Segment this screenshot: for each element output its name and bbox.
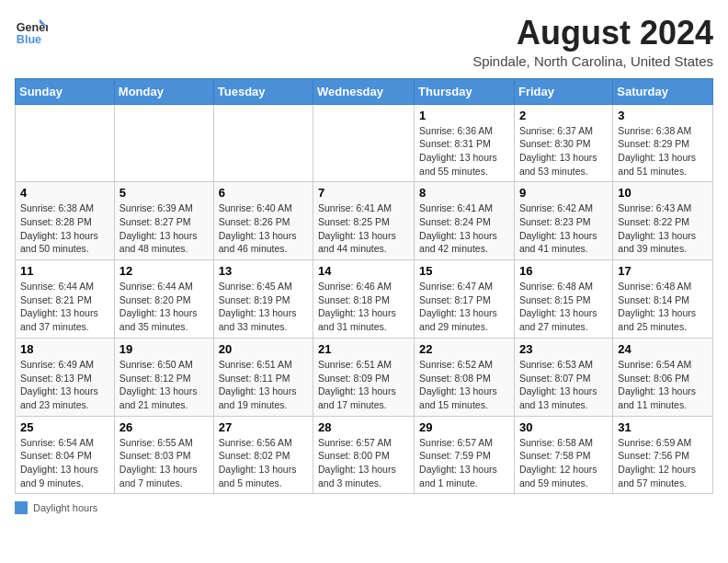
day-number: 14	[318, 264, 409, 278]
calendar-cell: 23Sunrise: 6:53 AM Sunset: 8:07 PM Dayli…	[514, 338, 612, 416]
day-info: Sunrise: 6:51 AM Sunset: 8:09 PM Dayligh…	[318, 358, 409, 412]
day-info: Sunrise: 6:38 AM Sunset: 8:29 PM Dayligh…	[618, 124, 708, 178]
day-info: Sunrise: 6:46 AM Sunset: 8:18 PM Dayligh…	[318, 280, 409, 334]
day-number: 10	[618, 186, 708, 200]
calendar-cell: 31Sunrise: 6:59 AM Sunset: 7:56 PM Dayli…	[613, 416, 713, 494]
day-info: Sunrise: 6:36 AM Sunset: 8:31 PM Dayligh…	[419, 124, 509, 178]
day-number: 18	[20, 342, 109, 356]
day-number: 29	[419, 420, 509, 434]
day-number: 6	[219, 186, 308, 200]
day-number: 23	[519, 342, 608, 356]
day-info: Sunrise: 6:51 AM Sunset: 8:11 PM Dayligh…	[219, 358, 308, 412]
day-number: 28	[318, 420, 409, 434]
day-number: 20	[219, 342, 308, 356]
day-info: Sunrise: 6:54 AM Sunset: 8:04 PM Dayligh…	[20, 436, 109, 490]
day-info: Sunrise: 6:37 AM Sunset: 8:30 PM Dayligh…	[519, 124, 608, 178]
calendar-day-header: Wednesday	[313, 78, 415, 104]
calendar-cell: 13Sunrise: 6:45 AM Sunset: 8:19 PM Dayli…	[213, 260, 313, 339]
title-block: August 2024 Spindale, North Carolina, Un…	[472, 15, 713, 69]
calendar-cell: 14Sunrise: 6:46 AM Sunset: 8:18 PM Dayli…	[313, 260, 415, 339]
logo-icon: General Blue	[15, 15, 48, 48]
day-number: 3	[618, 109, 708, 122]
calendar-day-header: Friday	[514, 78, 612, 104]
calendar-cell: 3Sunrise: 6:38 AM Sunset: 8:29 PM Daylig…	[613, 104, 713, 182]
day-info: Sunrise: 6:47 AM Sunset: 8:17 PM Dayligh…	[419, 280, 509, 334]
day-info: Sunrise: 6:56 AM Sunset: 8:02 PM Dayligh…	[219, 436, 308, 490]
day-info: Sunrise: 6:57 AM Sunset: 8:00 PM Dayligh…	[318, 436, 409, 490]
calendar-cell: 5Sunrise: 6:39 AM Sunset: 8:27 PM Daylig…	[114, 182, 213, 260]
day-info: Sunrise: 6:52 AM Sunset: 8:08 PM Dayligh…	[419, 358, 509, 412]
day-number: 19	[119, 342, 209, 356]
day-number: 12	[119, 264, 209, 278]
calendar-cell: 22Sunrise: 6:52 AM Sunset: 8:08 PM Dayli…	[415, 338, 515, 416]
calendar-cell: 19Sunrise: 6:50 AM Sunset: 8:12 PM Dayli…	[114, 338, 213, 416]
day-info: Sunrise: 6:50 AM Sunset: 8:12 PM Dayligh…	[119, 358, 209, 412]
calendar-cell: 18Sunrise: 6:49 AM Sunset: 8:13 PM Dayli…	[16, 338, 115, 416]
day-info: Sunrise: 6:57 AM Sunset: 7:59 PM Dayligh…	[419, 436, 509, 490]
calendar-cell: 1Sunrise: 6:36 AM Sunset: 8:31 PM Daylig…	[415, 104, 515, 182]
day-info: Sunrise: 6:48 AM Sunset: 8:15 PM Dayligh…	[519, 280, 608, 334]
legend-color-box	[15, 501, 28, 514]
day-number: 7	[318, 186, 409, 200]
day-number: 17	[618, 264, 708, 278]
calendar-cell: 28Sunrise: 6:57 AM Sunset: 8:00 PM Dayli…	[313, 416, 415, 494]
calendar-week-row: 4Sunrise: 6:38 AM Sunset: 8:28 PM Daylig…	[16, 182, 713, 260]
day-number: 11	[20, 264, 109, 278]
day-info: Sunrise: 6:38 AM Sunset: 8:28 PM Dayligh…	[20, 201, 109, 256]
calendar-cell: 17Sunrise: 6:48 AM Sunset: 8:14 PM Dayli…	[613, 260, 713, 339]
day-number: 9	[519, 186, 608, 200]
day-number: 13	[219, 264, 308, 278]
calendar-cell: 30Sunrise: 6:58 AM Sunset: 7:58 PM Dayli…	[514, 416, 612, 494]
svg-text:Blue: Blue	[17, 33, 41, 46]
day-number: 27	[219, 420, 308, 434]
calendar-cell: 24Sunrise: 6:54 AM Sunset: 8:06 PM Dayli…	[613, 338, 713, 416]
calendar-cell: 20Sunrise: 6:51 AM Sunset: 8:11 PM Dayli…	[213, 338, 313, 416]
day-number: 22	[419, 342, 509, 356]
day-number: 16	[519, 264, 608, 278]
day-info: Sunrise: 6:54 AM Sunset: 8:06 PM Dayligh…	[618, 358, 708, 412]
day-info: Sunrise: 6:53 AM Sunset: 8:07 PM Dayligh…	[519, 358, 608, 412]
calendar-body: 1Sunrise: 6:36 AM Sunset: 8:31 PM Daylig…	[16, 104, 713, 494]
calendar-cell: 11Sunrise: 6:44 AM Sunset: 8:21 PM Dayli…	[16, 260, 115, 339]
calendar-cell: 21Sunrise: 6:51 AM Sunset: 8:09 PM Dayli…	[313, 338, 415, 416]
day-number: 2	[519, 109, 608, 122]
calendar-cell: 16Sunrise: 6:48 AM Sunset: 8:15 PM Dayli…	[514, 260, 612, 339]
day-info: Sunrise: 6:48 AM Sunset: 8:14 PM Dayligh…	[618, 280, 708, 334]
calendar-week-row: 1Sunrise: 6:36 AM Sunset: 8:31 PM Daylig…	[16, 104, 713, 182]
calendar-cell: 9Sunrise: 6:42 AM Sunset: 8:23 PM Daylig…	[514, 182, 612, 260]
calendar-cell: 25Sunrise: 6:54 AM Sunset: 8:04 PM Dayli…	[16, 416, 115, 494]
day-info: Sunrise: 6:44 AM Sunset: 8:20 PM Dayligh…	[119, 280, 209, 334]
day-info: Sunrise: 6:43 AM Sunset: 8:22 PM Dayligh…	[618, 201, 708, 256]
day-info: Sunrise: 6:59 AM Sunset: 7:56 PM Dayligh…	[618, 436, 708, 490]
calendar-table: SundayMondayTuesdayWednesdayThursdayFrid…	[15, 78, 713, 495]
calendar-cell: 29Sunrise: 6:57 AM Sunset: 7:59 PM Dayli…	[415, 416, 515, 494]
calendar-day-header: Tuesday	[213, 78, 313, 104]
calendar-week-row: 11Sunrise: 6:44 AM Sunset: 8:21 PM Dayli…	[16, 260, 713, 339]
main-title: August 2024	[472, 15, 713, 52]
day-info: Sunrise: 6:58 AM Sunset: 7:58 PM Dayligh…	[519, 436, 608, 490]
calendar-cell: 7Sunrise: 6:41 AM Sunset: 8:25 PM Daylig…	[313, 182, 415, 260]
day-number: 5	[119, 186, 209, 200]
footer: Daylight hours	[15, 501, 713, 514]
calendar-cell: 8Sunrise: 6:41 AM Sunset: 8:24 PM Daylig…	[415, 182, 515, 260]
calendar-week-row: 18Sunrise: 6:49 AM Sunset: 8:13 PM Dayli…	[16, 338, 713, 416]
day-number: 15	[419, 264, 509, 278]
day-info: Sunrise: 6:42 AM Sunset: 8:23 PM Dayligh…	[519, 201, 608, 256]
day-number: 24	[618, 342, 708, 356]
calendar-day-header: Thursday	[415, 78, 515, 104]
day-info: Sunrise: 6:40 AM Sunset: 8:26 PM Dayligh…	[219, 201, 308, 256]
day-number: 25	[20, 420, 109, 434]
calendar-cell: 26Sunrise: 6:55 AM Sunset: 8:03 PM Dayli…	[114, 416, 213, 494]
day-info: Sunrise: 6:41 AM Sunset: 8:24 PM Dayligh…	[419, 201, 509, 256]
legend-label: Daylight hours	[33, 502, 97, 513]
calendar-header-row: SundayMondayTuesdayWednesdayThursdayFrid…	[16, 78, 713, 104]
calendar-cell: 4Sunrise: 6:38 AM Sunset: 8:28 PM Daylig…	[16, 182, 115, 260]
day-info: Sunrise: 6:55 AM Sunset: 8:03 PM Dayligh…	[119, 436, 209, 490]
calendar-day-header: Sunday	[16, 78, 115, 104]
calendar-week-row: 25Sunrise: 6:54 AM Sunset: 8:04 PM Dayli…	[16, 416, 713, 494]
day-info: Sunrise: 6:49 AM Sunset: 8:13 PM Dayligh…	[20, 358, 109, 412]
day-number: 26	[119, 420, 209, 434]
calendar-cell: 6Sunrise: 6:40 AM Sunset: 8:26 PM Daylig…	[213, 182, 313, 260]
calendar-cell: 12Sunrise: 6:44 AM Sunset: 8:20 PM Dayli…	[114, 260, 213, 339]
calendar-day-header: Monday	[114, 78, 213, 104]
